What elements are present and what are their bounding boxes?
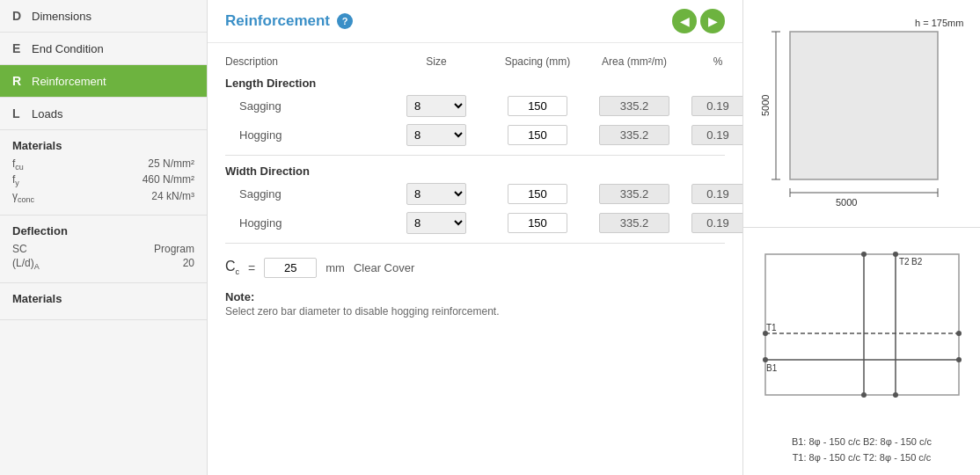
length-sagging-area: 335.2	[599, 96, 669, 116]
length-hogging-size-cell: 068101216202532	[384, 124, 489, 146]
main-panel: Reinforcement ? ◀ ▶ Description Size Spa…	[208, 0, 742, 475]
svg-text:B2: B2	[911, 257, 923, 267]
deflection-sc-row: SC Program	[12, 243, 194, 255]
length-sagging-row: Sagging 068101216202532 335.2 0.19	[225, 95, 725, 117]
svg-text:5000: 5000	[760, 94, 771, 115]
bottom-diagram-svg: T2 B2 T1 B1	[757, 237, 968, 430]
main-title-row: Reinforcement ?	[225, 12, 353, 30]
help-button[interactable]: ?	[337, 13, 353, 29]
material-yconc-name: γconc	[12, 190, 34, 204]
main-title: Reinforcement	[225, 12, 330, 30]
material-fcu-value: 25 N/mm²	[148, 157, 194, 170]
length-sagging-spacing-input[interactable]	[508, 96, 567, 116]
length-hogging-spacing-input[interactable]	[508, 125, 567, 145]
material-yconc-value: 24 kN/m³	[151, 190, 194, 202]
materials2-section: Materials	[0, 283, 207, 320]
materials-title: Materials	[12, 139, 194, 152]
right-panel: h = 175mm 5000 5000	[742, 0, 980, 475]
nav-forward-button[interactable]: ▶	[700, 9, 725, 33]
width-hogging-row: Hogging 068101216202532 335.2 0.19	[225, 212, 725, 234]
deflection-title: Deflection	[12, 224, 194, 238]
cc-text: Clear Cover	[354, 261, 414, 274]
diagram-legend: B1: 8φ - 150 c/c B2: 8φ - 150 c/c T1: 8φ…	[792, 434, 932, 466]
length-sagging-pct: 0.19	[691, 96, 742, 116]
table-header: Description Size Spacing (mm) Area (mm²/…	[225, 55, 725, 68]
svg-rect-10	[765, 254, 959, 395]
length-hogging-spacing-cell	[489, 125, 586, 145]
sidebar-item-loads[interactable]: L Loads	[0, 98, 207, 130]
length-hogging-label: Hogging	[225, 128, 384, 142]
sidebar-label-loads: Loads	[32, 107, 62, 121]
svg-rect-1	[790, 32, 938, 179]
material-fy-row: fy 460 N/mm²	[12, 173, 194, 187]
length-sagging-size-cell: 068101216202532	[384, 95, 489, 117]
nav-back-button[interactable]: ◀	[672, 9, 697, 33]
deflection-ld-row: (L/d)A 20	[12, 257, 194, 271]
top-diagram-svg: h = 175mm 5000 5000	[757, 12, 968, 215]
svg-text:B1: B1	[766, 363, 778, 373]
deflection-sc-name: SC	[12, 243, 27, 255]
note-section: Note: Select zero bar diameter to disabl…	[225, 290, 725, 318]
svg-point-22	[956, 357, 962, 362]
width-hogging-size-cell: 068101216202532	[384, 212, 489, 234]
length-hogging-size-select[interactable]: 068101216202532	[406, 124, 466, 146]
sidebar-letter-l: L	[12, 106, 32, 121]
width-sagging-spacing-cell	[489, 184, 586, 204]
material-fcu-row: fcu 25 N/mm²	[12, 157, 194, 172]
length-sagging-spacing-cell	[489, 96, 586, 116]
length-hogging-row: Hogging 068101216202532 335.2 0.19	[225, 124, 725, 146]
col-spacing: Spacing (mm)	[489, 55, 586, 68]
cc-label: Cc	[225, 259, 239, 276]
svg-point-13	[893, 392, 898, 398]
width-hogging-pct: 0.19	[691, 213, 742, 233]
length-hogging-pct: 0.19	[691, 125, 742, 145]
cc-unit: mm	[325, 261, 345, 274]
cc-eq: =	[248, 261, 255, 275]
section-divider-1	[225, 155, 725, 156]
svg-text:T1: T1	[766, 323, 777, 332]
width-sagging-spacing-input[interactable]	[508, 184, 567, 204]
svg-point-21	[763, 357, 768, 362]
width-hogging-spacing-input[interactable]	[508, 213, 567, 233]
nav-arrows: ◀ ▶	[672, 9, 725, 33]
width-sagging-label: Sagging	[225, 187, 384, 201]
section-divider-2	[225, 243, 725, 244]
svg-text:5000: 5000	[836, 197, 857, 208]
note-text: Select zero bar diameter to disable hogg…	[225, 305, 725, 318]
width-hogging-size-select[interactable]: 068101216202532	[406, 212, 466, 234]
material-fy-value: 460 N/mm²	[143, 173, 194, 186]
sidebar-label-reinforcement: Reinforcement	[32, 75, 106, 88]
sidebar-item-reinforcement[interactable]: R Reinforcement	[0, 65, 207, 98]
sidebar: D Dimensions E End Condition R Reinforce…	[0, 0, 208, 475]
width-sagging-pct: 0.19	[691, 184, 742, 204]
sidebar-letter-r: R	[12, 74, 32, 88]
materials2-title: Materials	[12, 292, 194, 305]
length-direction-label: Length Direction	[225, 77, 725, 90]
sidebar-item-dimensions[interactable]: D Dimensions	[0, 0, 207, 33]
col-percent: %	[683, 55, 742, 68]
width-sagging-area: 335.2	[599, 184, 669, 204]
svg-point-15	[861, 252, 867, 257]
sidebar-letter-e: E	[12, 41, 32, 55]
svg-point-19	[956, 331, 962, 336]
note-title: Note:	[225, 290, 725, 303]
cc-input[interactable]	[264, 258, 317, 278]
svg-point-16	[861, 392, 867, 398]
length-sagging-size-select[interactable]: 068101216202532	[406, 95, 466, 117]
width-hogging-area: 335.2	[599, 213, 669, 233]
sidebar-item-end-condition[interactable]: E End Condition	[0, 33, 207, 65]
width-direction-label: Width Direction	[225, 164, 725, 178]
width-sagging-size-select[interactable]: 068101216202532	[406, 183, 466, 205]
materials-section: Materials fcu 25 N/mm² fy 460 N/mm² γcon…	[0, 130, 207, 216]
sidebar-letter-d: D	[12, 9, 32, 23]
material-yconc-row: γconc 24 kN/m³	[12, 190, 194, 204]
width-hogging-label: Hogging	[225, 216, 384, 230]
width-sagging-size-cell: 068101216202532	[384, 183, 489, 205]
sidebar-label-dimensions: Dimensions	[32, 10, 91, 23]
main-content: Description Size Spacing (mm) Area (mm²/…	[208, 43, 742, 330]
col-description: Description	[225, 55, 384, 68]
clear-cover-row: Cc = mm Clear Cover	[225, 258, 725, 278]
bottom-diagram: T2 B2 T1 B1 B1: 8φ - 150 c/c B2: 8φ - 15…	[743, 228, 980, 475]
top-diagram: h = 175mm 5000 5000	[743, 0, 980, 228]
col-size: Size	[384, 55, 489, 68]
